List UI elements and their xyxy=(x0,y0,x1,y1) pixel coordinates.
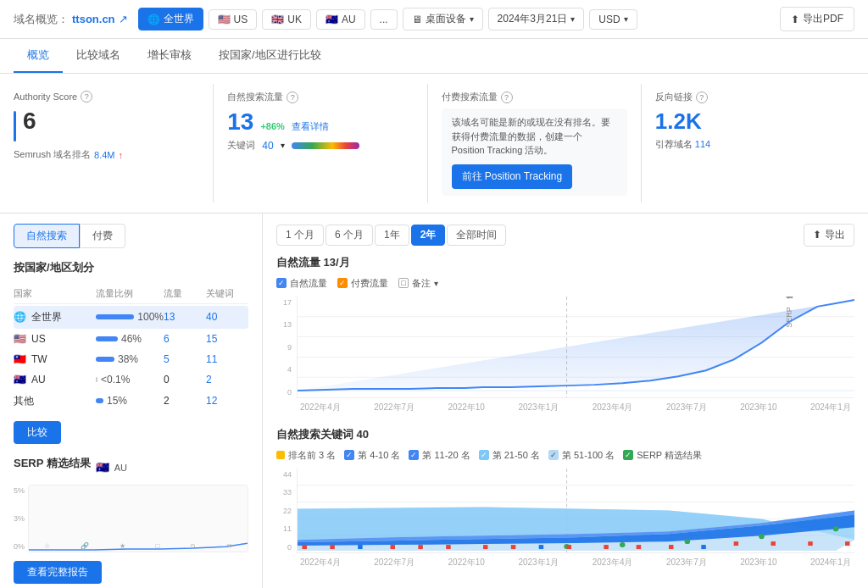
authority-info-icon[interactable]: ? xyxy=(81,91,92,103)
table-row[interactable]: 🇹🇼 TW 38% 5 11 xyxy=(14,349,248,369)
time-1y-btn[interactable]: 1年 xyxy=(375,225,409,246)
traffic-value[interactable]: 6 xyxy=(164,333,206,345)
svg-rect-20 xyxy=(302,545,306,549)
country-name: 🇦🇺 AU xyxy=(14,374,96,386)
ref-domains-row: 引荐域名 114 xyxy=(655,138,841,151)
traffic-pct: 15% xyxy=(107,395,127,407)
globe-icon: 🌐 xyxy=(147,14,160,25)
tab-country[interactable]: 按国家/地区进行比较 xyxy=(205,39,335,73)
keywords-value[interactable]: 11 xyxy=(206,353,248,365)
time-all-btn[interactable]: 全部时间 xyxy=(447,225,506,246)
currency-dropdown-icon: ▾ xyxy=(624,14,628,24)
table-row[interactable]: 🌐 全世界 100% 13 40 xyxy=(14,306,248,329)
rank51-100-check-icon: ✓ xyxy=(548,450,559,460)
country-name: 其他 xyxy=(14,394,96,408)
serp-icon: ☆ xyxy=(44,542,50,550)
legend-11-20[interactable]: ✓ 第 11-20 名 xyxy=(409,449,470,462)
table-row[interactable]: 🇦🇺 AU <0.1% 0 2 xyxy=(14,369,248,390)
serp-icon: ✕ xyxy=(226,542,232,550)
tab-compare[interactable]: 比较域名 xyxy=(63,39,134,73)
keywords-y-axis: 44 33 22 11 0 xyxy=(276,469,293,553)
au-flag-icon: 🇦🇺 xyxy=(326,14,338,25)
keywords-value[interactable]: 2 xyxy=(206,374,248,386)
tab-overview[interactable]: 概览 xyxy=(14,39,63,73)
traffic-pct: 38% xyxy=(118,353,138,365)
traffic-bar-cell: 100% xyxy=(96,311,164,323)
device-filter-btn[interactable]: 🖥 桌面设备 ▾ xyxy=(403,8,483,31)
table-row[interactable]: 其他 15% 2 12 xyxy=(14,390,248,413)
svg-rect-35 xyxy=(771,541,775,546)
svg-rect-25 xyxy=(446,545,450,549)
keywords-value[interactable]: 12 xyxy=(206,395,248,407)
organic-tab-btn[interactable]: 自然搜索 xyxy=(14,224,80,248)
notes-dropdown-icon[interactable]: ▾ xyxy=(434,279,438,288)
legend-paid[interactable]: ✓ 付费流量 xyxy=(337,277,388,290)
time-6m-btn[interactable]: 6 个月 xyxy=(326,225,373,246)
serp-featured-check-icon: ✓ xyxy=(623,450,633,460)
currency-filter-btn[interactable]: USD ▾ xyxy=(589,9,637,30)
date-filter-btn[interactable]: 2024年3月21日 ▾ xyxy=(488,8,585,31)
time-2y-btn[interactable]: 2年 xyxy=(411,225,446,246)
kw-dropdown-icon: ▾ xyxy=(281,141,285,150)
keywords-chart-legend: 排名前 3 名 ✓ 第 4-10 名 ✓ 第 11-20 名 ✓ 第 21-50… xyxy=(276,449,854,462)
serp-icon: □ xyxy=(155,542,159,550)
filter-us-btn[interactable]: 🇺🇸 US xyxy=(209,9,258,30)
filter-all-btn[interactable]: 🌐 全世界 xyxy=(138,8,203,31)
filter-au-btn[interactable]: 🇦🇺 AU xyxy=(316,9,365,30)
au-flag-icon: 🇦🇺 xyxy=(14,374,26,386)
filter-group: 🌐 全世界 🇺🇸 US 🇬🇧 UK 🇦🇺 AU ... 🖥 桌面设备 xyxy=(138,8,637,31)
download-icon: ⬆ xyxy=(791,14,799,25)
organic-info-icon[interactable]: ? xyxy=(287,92,298,103)
serp-icon: ★ xyxy=(120,542,125,550)
time-1m-btn[interactable]: 1 个月 xyxy=(276,225,324,246)
filter-more-btn[interactable]: ... xyxy=(370,9,398,30)
notes-legend-label: 备注 xyxy=(412,277,431,290)
time-filter-row: 1 个月 6 个月 1年 2年 全部时间 ⬆ 导出 xyxy=(276,224,854,247)
keywords-value[interactable]: 15 xyxy=(206,333,248,345)
serp-flag-icon: 🇦🇺 xyxy=(96,461,109,474)
export-pdf-btn[interactable]: ⬆ 导出PDF xyxy=(780,7,854,31)
legend-4-10[interactable]: ✓ 第 4-10 名 xyxy=(344,449,400,462)
country-name: 🇹🇼 TW xyxy=(14,353,96,365)
col-keywords: 关键词 xyxy=(206,287,248,300)
right-export-btn[interactable]: ⬆ 导出 xyxy=(804,224,854,247)
legend-21-50[interactable]: ✓ 第 21-50 名 xyxy=(479,449,540,462)
table-row[interactable]: 🇺🇸 US 46% 6 15 xyxy=(14,329,248,349)
paid-info-icon[interactable]: ? xyxy=(501,92,513,103)
organic-legend-label: 自然流量 xyxy=(290,277,327,290)
paid-check-icon: ✓ xyxy=(337,278,348,288)
legend-serp-featured[interactable]: ✓ SERP 精选结果 xyxy=(623,449,702,462)
ref-domains-value: 114 xyxy=(695,139,710,149)
left-panel: 自然搜索 付费 按国家/地区划分 国家 流量比例 流量 关键词 🌐 全世界 xyxy=(0,214,263,589)
filter-uk-btn[interactable]: 🇬🇧 UK xyxy=(262,9,311,30)
keywords-value[interactable]: 40 xyxy=(206,311,248,323)
legend-top3[interactable]: 排名前 3 名 xyxy=(276,449,336,462)
legend-51-100[interactable]: ✓ 第 51-100 名 xyxy=(548,449,615,462)
legend-notes[interactable]: □ 备注 ▾ xyxy=(398,277,438,290)
us-flag-icon: 🇺🇸 xyxy=(218,14,231,25)
external-link-icon[interactable]: ↗ xyxy=(119,13,128,25)
date-filter-label: 2024年3月21日 xyxy=(498,12,568,26)
traffic-bar xyxy=(96,357,114,362)
organic-traffic-value: 13 xyxy=(227,108,253,136)
table-header: 国家 流量比例 流量 关键词 xyxy=(14,284,248,304)
paid-tab-btn[interactable]: 付费 xyxy=(80,224,125,248)
filter-uk-label: UK xyxy=(287,14,302,25)
traffic-value[interactable]: 13 xyxy=(164,311,206,323)
metrics-row: Authority Score ? 6 Semrush 域名排名 8.4M ↑ … xyxy=(0,74,868,214)
traffic-value[interactable]: 5 xyxy=(164,353,206,365)
tab-growth[interactable]: 增长审核 xyxy=(134,39,205,73)
organic-detail-link[interactable]: 查看详情 xyxy=(292,120,329,133)
keywords-x-labels: 2022年4月 2022年7月 2022年10 2023年1月 2023年4月 … xyxy=(297,557,854,569)
kw-label: 关键词 xyxy=(227,139,255,152)
legend-organic[interactable]: ✓ 自然流量 xyxy=(276,277,327,290)
rank21-50-check-icon: ✓ xyxy=(479,450,489,460)
authority-value: 6 xyxy=(23,108,36,135)
go-position-tracking-btn[interactable]: 前往 Position Tracking xyxy=(452,164,573,189)
traffic-chart-area: SERP 精选结果 2022年4月 2022年7月 2022年10 2023年1… xyxy=(297,297,854,413)
backlinks-info-icon[interactable]: ? xyxy=(696,92,708,103)
compare-btn[interactable]: 比较 xyxy=(14,421,61,444)
view-full-report-btn[interactable]: 查看完整报告 xyxy=(14,561,102,584)
traffic-chart-wrapper: 17 13 9 4 0 xyxy=(276,297,854,413)
svg-point-17 xyxy=(685,539,691,544)
